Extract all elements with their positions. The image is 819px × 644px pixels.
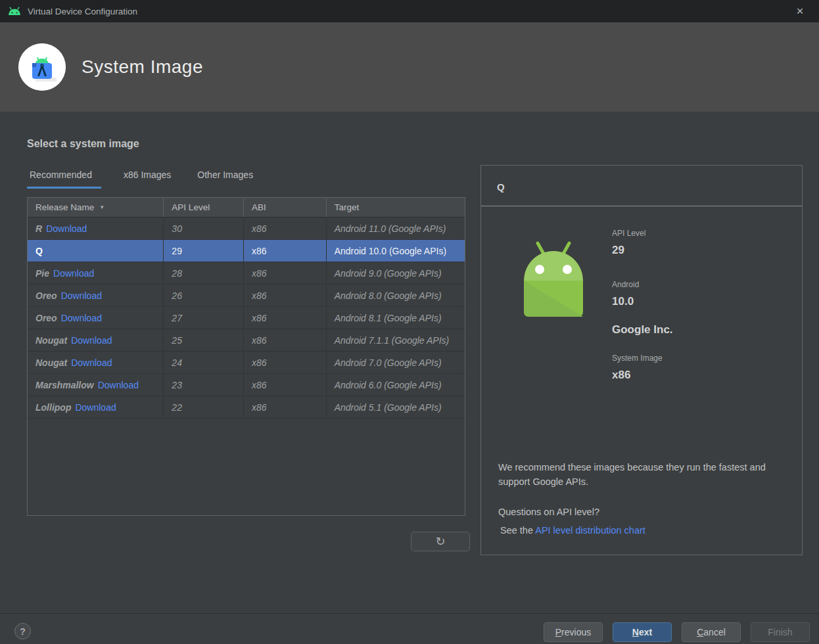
table-row[interactable]: RDownload 30 x86 Android 11.0 (Google AP…	[28, 218, 465, 240]
abi: x86	[252, 402, 267, 413]
footer: ? Previous Next Cancel Finish	[0, 614, 819, 644]
spec-label: System Image	[612, 354, 663, 363]
details-panel: Q API Level 29 Android 10.0	[480, 165, 803, 555]
release-name: Lollipop	[35, 402, 71, 413]
cancel-button[interactable]: Cancel	[682, 622, 741, 642]
release-name: Nougat	[35, 357, 67, 368]
column-header-target[interactable]: Target	[327, 198, 465, 217]
android-robot-image	[518, 239, 589, 321]
android-studio-logo	[18, 43, 66, 91]
window-title: Virtual Device Configuration	[28, 7, 137, 16]
table-row[interactable]: OreoDownload 26 x86 Android 8.0 (Google …	[28, 285, 465, 307]
download-link[interactable]: Download	[75, 402, 116, 413]
column-header-label: API Level	[172, 202, 210, 212]
release-name: Marshmallow	[35, 380, 94, 390]
release-name: Nougat	[35, 335, 67, 346]
tab-recommended[interactable]: Recommended	[27, 170, 101, 189]
table-row-selected[interactable]: Q 29 x86 Android 10.0 (Google APIs)	[28, 240, 465, 262]
section-heading: Select a system image	[27, 138, 139, 150]
release-name: Oreo	[35, 290, 57, 301]
api-level-question: Questions on API level?	[498, 507, 599, 517]
api-level: 22	[172, 402, 182, 413]
api-level: 23	[172, 380, 182, 390]
spec-api-level: API Level 29	[612, 229, 645, 257]
spec-label: Android	[612, 280, 639, 289]
abi: x86	[252, 357, 267, 368]
tab-other-images[interactable]: Other Images	[195, 170, 257, 189]
download-link[interactable]: Download	[71, 335, 112, 346]
tab-bar: Recommended x86 Images Other Images	[27, 170, 277, 189]
api-level: 29	[172, 246, 182, 256]
release-name: R	[35, 223, 42, 234]
help-button[interactable]: ?	[14, 623, 31, 639]
download-link[interactable]: Download	[71, 357, 112, 368]
column-header-api-level[interactable]: API Level	[164, 198, 244, 217]
previous-button[interactable]: Previous	[544, 622, 603, 642]
wizard-header: System Image	[0, 22, 819, 112]
sort-desc-icon: ▼	[99, 204, 105, 210]
table-header: Release Name ▼ API Level ABI Target	[28, 198, 465, 218]
table-row[interactable]: NougatDownload 25 x86 Android 7.1.1 (Goo…	[28, 329, 465, 352]
spec-value: 29	[612, 244, 645, 257]
column-header-label: Target	[335, 202, 360, 212]
target: Android 6.0 (Google APIs)	[335, 380, 442, 390]
column-header-abi[interactable]: ABI	[244, 198, 327, 217]
target: Android 8.0 (Google APIs)	[335, 290, 442, 301]
table-row[interactable]: MarshmallowDownload 23 x86 Android 6.0 (…	[28, 374, 465, 396]
table-row[interactable]: NougatDownload 24 x86 Android 7.0 (Googl…	[28, 352, 465, 374]
api-level: 24	[172, 357, 182, 368]
target: Android 5.1 (Google APIs)	[335, 402, 442, 413]
spec-value: 10.0	[612, 295, 639, 308]
spec-android-version: Android 10.0	[612, 280, 639, 308]
abi: x86	[252, 335, 267, 346]
api-level: 26	[172, 290, 182, 301]
abi: x86	[252, 313, 267, 323]
download-link[interactable]: Download	[61, 313, 102, 323]
api-level: 25	[172, 335, 182, 346]
download-link[interactable]: Download	[46, 223, 87, 234]
vendor-name: Google Inc.	[612, 323, 673, 336]
download-link[interactable]: Download	[53, 268, 94, 279]
api-level: 28	[172, 268, 182, 279]
close-icon[interactable]: ×	[789, 0, 811, 22]
page-title: System Image	[82, 57, 203, 78]
table-row[interactable]: LollipopDownload 22 x86 Android 5.1 (Goo…	[28, 396, 465, 419]
download-link[interactable]: Download	[98, 380, 139, 390]
api-distribution-chart-link[interactable]: API level distribution chart	[535, 525, 645, 536]
android-logo-icon	[8, 6, 21, 16]
column-header-label: ABI	[252, 202, 266, 212]
help-icon: ?	[20, 626, 26, 637]
spec-vendor: Google Inc.	[612, 323, 673, 336]
finish-button: Finish	[751, 622, 810, 642]
spec-system-image: System Image x86	[612, 354, 663, 382]
spec-value: x86	[612, 369, 663, 382]
release-name: Pie	[35, 268, 49, 279]
recommendation-text: We recommend these images because they r…	[498, 460, 790, 490]
column-header-release-name[interactable]: Release Name ▼	[28, 198, 164, 217]
tab-x86-images[interactable]: x86 Images	[121, 170, 175, 189]
column-header-label: Release Name	[35, 202, 94, 212]
api-level: 27	[172, 313, 182, 323]
content: Select a system image Recommended x86 Im…	[0, 112, 819, 613]
refresh-icon: ↻	[435, 536, 445, 547]
api-level: 30	[172, 223, 182, 234]
abi: x86	[252, 290, 267, 301]
abi: x86	[252, 268, 267, 279]
abi: x86	[252, 246, 267, 256]
spec-label: API Level	[612, 229, 645, 238]
wizard-buttons: Previous Next Cancel Finish	[544, 622, 810, 642]
target: Android 10.0 (Google APIs)	[335, 246, 446, 256]
details-title: Q	[497, 181, 505, 193]
title-bar: Virtual Device Configuration ×	[0, 0, 819, 22]
download-link[interactable]: Download	[61, 290, 102, 301]
release-name: Q	[35, 246, 43, 256]
refresh-button[interactable]: ↻	[411, 532, 470, 551]
see-prefix: See the	[500, 525, 535, 536]
abi: x86	[252, 223, 267, 234]
table-row[interactable]: PieDownload 28 x86 Android 9.0 (Google A…	[28, 262, 465, 285]
table-row[interactable]: OreoDownload 27 x86 Android 8.1 (Google …	[28, 307, 465, 329]
abi: x86	[252, 380, 267, 390]
details-divider	[481, 206, 802, 206]
next-button[interactable]: Next	[613, 622, 672, 642]
target: Android 11.0 (Google APIs)	[335, 223, 446, 234]
